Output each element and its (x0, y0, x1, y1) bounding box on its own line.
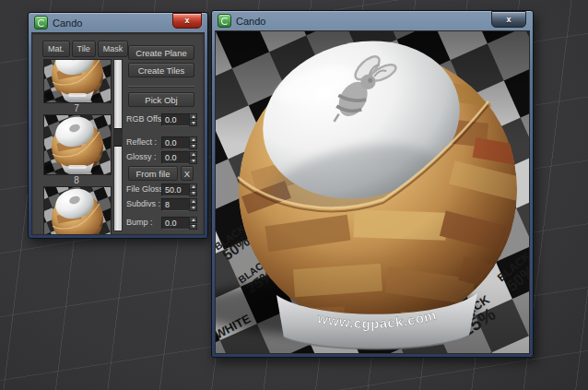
subdivs-spinner (189, 198, 197, 211)
glossy-input[interactable]: 0.0 (161, 151, 190, 164)
spinner-down-icon[interactable] (189, 224, 197, 230)
reflect-label: Reflect : (126, 137, 157, 147)
material-thumbnail-partial-top[interactable] (43, 59, 112, 103)
file-glossy-input[interactable]: 50.0 (161, 183, 190, 196)
material-preview-render: BLACK 50% BLACK 25% WHITE BLACK 25% BLAC… (216, 31, 530, 353)
spinner-up-icon[interactable] (189, 183, 197, 190)
close-button[interactable]: x (172, 13, 202, 29)
spinner-down-icon[interactable] (189, 206, 197, 212)
create-plane-button[interactable]: Create Plane (128, 45, 194, 60)
cando-preview-window: Cando x BLACK 50% BLACK 25% WHITE BLACK … (211, 10, 534, 358)
spinner-down-icon[interactable] (189, 191, 197, 197)
spinner-up-icon[interactable] (189, 217, 197, 223)
create-tiles-button[interactable]: Create Tiles (128, 63, 194, 77)
tab-tile[interactable]: Tile (72, 41, 96, 57)
glossy-spinner (189, 151, 197, 164)
spinner-up-icon[interactable] (189, 151, 197, 158)
panel-title: Cando (53, 18, 82, 29)
bump-spinner (189, 217, 197, 230)
bump-label: Bump : (126, 218, 153, 227)
close-button[interactable]: x (491, 11, 526, 28)
subdivs-label: Subdivs : (126, 199, 160, 208)
tab-mat[interactable]: Mat. (42, 41, 70, 57)
bump-input[interactable]: 0.0 (161, 217, 190, 230)
cando-app-icon (34, 16, 48, 30)
cando-app-icon (218, 14, 231, 28)
spinner-down-icon[interactable] (189, 121, 197, 127)
preview-title: Cando (236, 16, 265, 27)
reflect-input[interactable]: 0.0 (161, 136, 190, 149)
rgb-offs-input[interactable]: 0.0 (161, 113, 190, 126)
preview-client: BLACK 50% BLACK 25% WHITE BLACK 25% BLAC… (215, 30, 530, 354)
spinner-up-icon[interactable] (189, 136, 197, 143)
file-glossy-spinner (189, 183, 197, 196)
spinner-down-icon[interactable] (189, 144, 197, 150)
pick-obj-button[interactable]: Pick Obj (128, 92, 194, 107)
spinner-up-icon[interactable] (189, 113, 197, 120)
preview-titlebar[interactable]: Cando (215, 11, 530, 30)
from-file-clear-button[interactable]: X (181, 166, 194, 181)
tab-mask[interactable]: Mask (98, 41, 129, 57)
glossy-label: Glossy : (126, 152, 157, 161)
panel-client: Mat. Tile Mask 7 8 Create Plane Create T… (31, 32, 205, 235)
rgb-offs-spinner (189, 113, 197, 126)
separator (128, 86, 194, 88)
reflect-spinner (189, 136, 197, 149)
cando-panel-window: Cando x Mat. Tile Mask 7 8 Create Plane … (28, 12, 208, 239)
subdivs-input[interactable]: 8 (161, 198, 190, 211)
tab-row: Mat. Tile Mask (42, 41, 128, 57)
spinner-down-icon[interactable] (189, 159, 197, 165)
from-file-button[interactable]: From file (128, 166, 178, 181)
spinner-up-icon[interactable] (189, 198, 197, 205)
